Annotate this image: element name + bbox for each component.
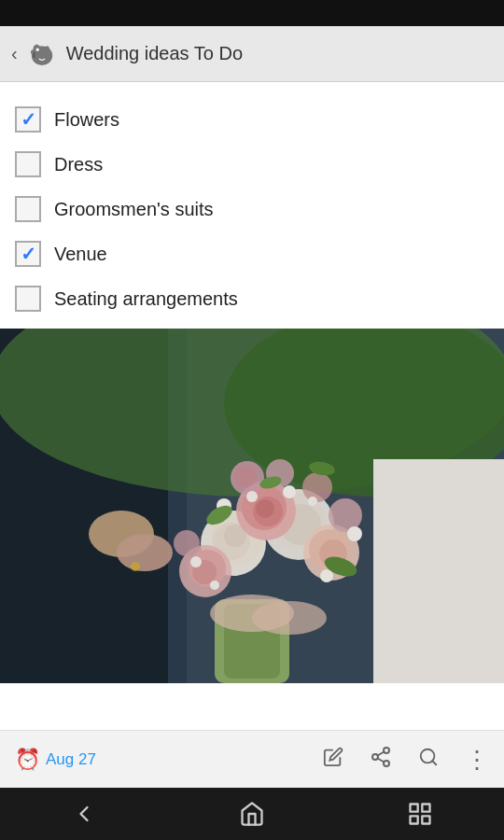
svg-line-59: [432, 761, 436, 764]
toolbar-left: ⏰ Aug 27: [15, 748, 323, 772]
search-button[interactable]: [418, 747, 439, 773]
checkbox-3[interactable]: [15, 196, 41, 222]
svg-rect-63: [411, 816, 418, 823]
nav-home-button[interactable]: [239, 801, 265, 827]
svg-point-3: [35, 48, 38, 50]
svg-point-2: [45, 46, 49, 53]
alarm-icon[interactable]: ⏰: [15, 748, 40, 772]
date-label: Aug 27: [46, 750, 96, 769]
checklist-item-5[interactable]: Seating arrangements: [15, 276, 489, 321]
item-label-5: Seating arrangements: [54, 288, 238, 310]
back-button[interactable]: ‹: [11, 43, 18, 64]
edit-button[interactable]: [323, 747, 343, 773]
svg-rect-60: [411, 805, 418, 812]
checklist-item-3[interactable]: Groomsmen's suits: [15, 187, 489, 231]
nav-back-button[interactable]: [71, 801, 97, 827]
item-label-3: Groomsmen's suits: [54, 199, 214, 220]
svg-line-57: [378, 751, 385, 755]
svg-rect-61: [422, 805, 429, 812]
item-label-2: Dress: [54, 154, 103, 175]
evernote-icon: [27, 39, 57, 69]
checkbox-5[interactable]: [15, 286, 41, 312]
item-label-4: Venue: [54, 244, 107, 265]
checklist: Flowers Dress Groomsmen's suits Venue Se…: [0, 82, 504, 329]
svg-line-56: [378, 758, 385, 762]
app-header: ‹ Wedding ideas To Do: [0, 26, 504, 82]
checklist-item-4[interactable]: Venue: [15, 231, 489, 276]
toolbar-right: ⋮: [323, 746, 489, 774]
checklist-item-2[interactable]: Dress: [15, 142, 489, 187]
svg-rect-62: [422, 816, 429, 823]
bottom-toolbar: ⏰ Aug 27 ⋮: [0, 730, 504, 788]
more-button[interactable]: ⋮: [465, 748, 489, 772]
status-bar: [0, 0, 504, 26]
content-area: Flowers Dress Groomsmen's suits Venue Se…: [0, 82, 504, 730]
checkbox-1[interactable]: [15, 106, 41, 133]
item-label-1: Flowers: [54, 109, 119, 131]
nav-recent-button[interactable]: [407, 801, 433, 827]
nav-bar: [0, 788, 504, 840]
wedding-bouquet-image: [0, 329, 504, 683]
checkbox-2[interactable]: [15, 151, 41, 177]
checkbox-4[interactable]: [15, 241, 41, 267]
svg-rect-52: [0, 329, 504, 683]
wedding-photo: [0, 329, 504, 683]
share-button[interactable]: [370, 746, 392, 774]
checklist-item-1[interactable]: Flowers: [15, 97, 489, 142]
app-title: Wedding ideas To Do: [66, 43, 243, 64]
